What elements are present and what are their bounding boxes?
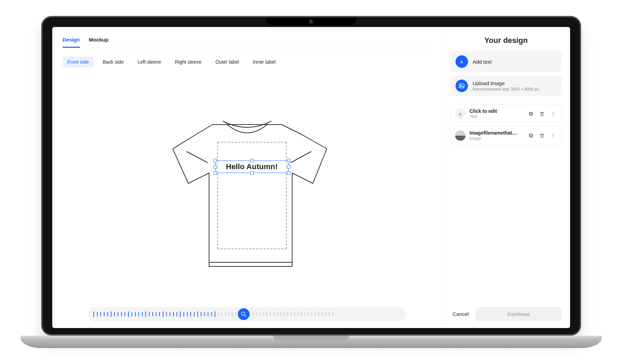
laptop-base (20, 336, 602, 348)
tabs-top: Design Mockup (63, 34, 432, 48)
layer-thumbnail (455, 130, 466, 141)
design-canvas[interactable]: Hello Autumn! (63, 70, 432, 304)
svg-line-1 (245, 315, 246, 316)
layer-subtitle: Text (470, 114, 522, 119)
more-button[interactable] (548, 109, 558, 119)
trash-icon (539, 111, 545, 117)
svg-rect-11 (530, 135, 532, 137)
trackpad-notch (273, 336, 349, 340)
camera-icon (309, 19, 314, 24)
action-add-text[interactable]: A Add text (451, 51, 562, 72)
editor-pane: Design Mockup Front side Back side Left … (52, 27, 442, 328)
duplicate-button[interactable] (526, 109, 536, 119)
layer-ops (526, 109, 558, 119)
duplicate-button[interactable] (526, 131, 536, 140)
more-button[interactable] (548, 131, 558, 140)
resize-handle-bl[interactable] (214, 171, 217, 175)
layer-ops (526, 131, 558, 140)
image-icon (456, 80, 468, 92)
resize-handle-mr[interactable] (287, 165, 290, 169)
resize-handle-ml[interactable] (214, 165, 217, 169)
laptop-mock: Design Mockup Front side Back side Left … (41, 16, 581, 348)
tab-design[interactable]: Design (63, 34, 80, 48)
svg-point-15 (552, 136, 553, 137)
svg-text:A: A (458, 111, 461, 116)
trash-icon (539, 133, 545, 138)
resize-handle-br[interactable] (287, 171, 290, 175)
layer-subtitle: Image (470, 136, 522, 141)
svg-text:A: A (460, 60, 463, 64)
print-area-tabs: Front side Back side Left sleeve Right s… (63, 56, 432, 67)
panel-title: Your design (451, 36, 562, 45)
subtab-inner-label[interactable]: Inner label (248, 56, 280, 67)
subtab-back[interactable]: Back side (98, 56, 129, 67)
action-add-text-label: Add text (473, 59, 492, 65)
layer-item-text[interactable]: A Click to edit Text (451, 104, 562, 123)
svg-point-14 (552, 135, 553, 136)
subtab-right-sleeve[interactable]: Right sleeve (170, 56, 206, 67)
resize-handle-tl[interactable] (214, 159, 217, 162)
svg-point-9 (552, 113, 553, 114)
canvas-text-content: Hello Autumn! (226, 162, 278, 171)
delete-button[interactable] (537, 109, 547, 119)
cancel-button[interactable]: Cancel (451, 308, 471, 320)
subtab-front[interactable]: Front side (63, 56, 94, 67)
subtab-left-sleeve[interactable]: Left sleeve (133, 56, 166, 67)
layer-title: Click to edit (470, 108, 522, 114)
delete-button[interactable] (537, 131, 547, 140)
kebab-icon (550, 111, 556, 117)
action-upload-image-label: Upload image (473, 80, 539, 86)
resize-handle-tc[interactable] (250, 159, 254, 162)
resize-handle-bc[interactable] (250, 171, 254, 175)
printable-area[interactable] (217, 142, 287, 249)
continue-button[interactable]: Continue (476, 307, 561, 321)
layer-title: Imagefilenamethat… (470, 130, 522, 136)
text-icon: A (456, 55, 468, 68)
zoom-slider-row (63, 307, 432, 321)
action-upload-image-hint: Recommended size 3543 x 4008 px (473, 87, 539, 92)
text-icon: A (455, 109, 466, 119)
svg-point-10 (552, 115, 553, 115)
panel-footer: Cancel Continue (451, 307, 562, 321)
svg-point-8 (552, 112, 553, 112)
subtab-outer-label[interactable]: Outer label (210, 56, 244, 67)
app-screen: Design Mockup Front side Back side Left … (52, 27, 570, 328)
tab-mockup[interactable]: Mockup (89, 34, 109, 48)
action-upload-image[interactable]: Upload image Recommended size 3543 x 400… (451, 75, 562, 96)
kebab-icon (550, 133, 556, 138)
svg-rect-7 (529, 112, 532, 115)
svg-rect-6 (530, 113, 532, 115)
design-panel: Your design A Add text (442, 27, 570, 328)
copy-icon (528, 111, 534, 117)
svg-rect-12 (529, 134, 532, 136)
svg-point-13 (552, 134, 553, 134)
zoom-slider[interactable] (88, 307, 406, 321)
bezel: Design Mockup Front side Back side Left … (41, 16, 581, 336)
magnifier-icon (241, 311, 247, 317)
layer-item-image[interactable]: Imagefilenamethat… Image (451, 126, 562, 145)
tshirt-preview: Hello Autumn! (140, 97, 354, 277)
resize-handle-tr[interactable] (287, 159, 290, 162)
zoom-thumb[interactable] (238, 308, 250, 320)
canvas-text-element[interactable]: Hello Autumn! (215, 161, 289, 173)
copy-icon (528, 133, 534, 138)
